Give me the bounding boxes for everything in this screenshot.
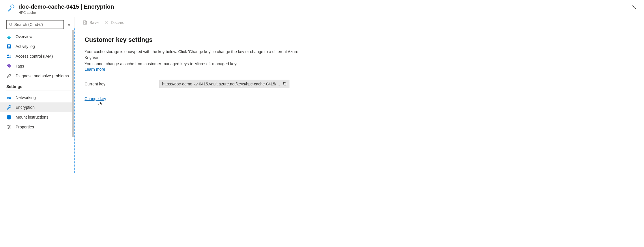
page-subtitle: HPC cache (18, 11, 114, 15)
copy-icon (283, 82, 287, 86)
tags-icon (6, 63, 12, 69)
svg-point-13 (8, 65, 9, 65)
sidebar-item-encryption[interactable]: Encryption (0, 102, 74, 112)
section-heading: Customer key settings (85, 36, 634, 44)
info-icon (6, 115, 12, 120)
learn-more-link[interactable]: Learn more (85, 67, 105, 72)
sidebar-item-label: Access control (IAM) (16, 54, 53, 59)
svg-line-5 (12, 25, 12, 26)
sidebar-item-access-control[interactable]: Access control (IAM) (0, 51, 74, 61)
svg-rect-17 (7, 97, 11, 98)
sidebar-nav: Overview Activity log Access control (IA… (0, 30, 74, 173)
current-key-label: Current key (85, 82, 148, 86)
sidebar-item-overview[interactable]: Overview (0, 32, 74, 42)
sidebar-item-label: Tags (16, 64, 24, 68)
collapse-sidebar-button[interactable]: « (67, 21, 71, 28)
current-key-value-box: https://doc-demo-kv-0415.vault.azure.net… (160, 80, 289, 88)
save-label: Save (89, 20, 99, 25)
svg-point-29 (8, 128, 9, 129)
networking-icon (6, 95, 12, 100)
svg-point-1 (12, 5, 13, 6)
copy-button[interactable] (283, 82, 287, 87)
svg-rect-8 (8, 45, 10, 46)
discard-icon (104, 20, 108, 25)
toolbar: Save Discard (74, 17, 644, 28)
iam-icon (6, 54, 12, 59)
sidebar-scrollbar[interactable] (72, 30, 74, 173)
change-key-link[interactable]: Change key (85, 96, 106, 101)
sidebar-item-mount-instructions[interactable]: Mount instructions (0, 112, 74, 122)
search-icon (9, 23, 13, 27)
svg-rect-31 (84, 23, 86, 24)
key-icon (7, 4, 15, 12)
svg-point-12 (10, 55, 11, 57)
sidebar-item-label: Encryption (16, 105, 35, 110)
sidebar-scrollbar-thumb[interactable] (72, 30, 74, 137)
svg-rect-22 (9, 117, 9, 119)
properties-icon (6, 124, 12, 130)
svg-point-23 (9, 116, 9, 116)
diagnose-icon (6, 73, 12, 78)
sidebar: « Overview Activity log (0, 17, 74, 173)
save-button[interactable]: Save (83, 20, 99, 25)
svg-rect-10 (8, 47, 9, 48)
save-icon (83, 20, 87, 25)
svg-point-11 (7, 55, 9, 56)
sidebar-item-label: Diagnose and solve problems (16, 74, 69, 78)
svg-rect-19 (8, 98, 9, 99)
description-line-2: You cannot change a cache from customer-… (85, 61, 304, 67)
svg-rect-30 (84, 21, 85, 22)
svg-point-4 (10, 23, 12, 25)
sidebar-item-networking[interactable]: Networking (0, 93, 74, 102)
main-content: Save Discard Customer key settings Your … (74, 17, 644, 173)
sidebar-item-label: Overview (16, 34, 32, 39)
close-button[interactable] (630, 3, 638, 11)
svg-point-20 (9, 106, 11, 108)
sidebar-item-label: Networking (16, 95, 36, 100)
sidebar-item-activity-log[interactable]: Activity log (0, 42, 74, 51)
current-key-value: https://doc-demo-kv-0415.vault.azure.net… (162, 82, 280, 86)
sidebar-item-label: Properties (16, 125, 34, 129)
search-box[interactable] (6, 20, 64, 29)
sidebar-item-label: Activity log (16, 44, 35, 49)
svg-rect-9 (8, 46, 10, 47)
sidebar-item-properties[interactable]: Properties (0, 122, 74, 132)
cursor-icon (98, 102, 102, 108)
svg-point-27 (10, 127, 10, 128)
blade-header: doc-demo-cache-0415 | Encryption HPC cac… (0, 0, 644, 17)
overview-icon (6, 34, 12, 39)
svg-point-15 (8, 77, 8, 78)
content-area: Customer key settings Your cache storage… (74, 28, 644, 173)
sidebar-item-tags[interactable]: Tags (0, 61, 74, 71)
key-icon (6, 105, 12, 110)
discard-label: Discard (111, 20, 124, 25)
svg-point-25 (8, 126, 9, 126)
description-line-1: Your cache storage is encrypted with the… (85, 49, 304, 61)
svg-rect-18 (8, 98, 8, 99)
svg-rect-34 (284, 83, 286, 85)
page-title: doc-demo-cache-0415 | Encryption (18, 3, 114, 10)
sidebar-section-settings: Settings (0, 81, 74, 90)
search-input[interactable] (14, 22, 61, 27)
sidebar-item-label: Mount instructions (16, 115, 48, 119)
discard-button[interactable]: Discard (104, 20, 124, 25)
activity-log-icon (6, 44, 12, 49)
sidebar-item-diagnose[interactable]: Diagnose and solve problems (0, 71, 74, 81)
